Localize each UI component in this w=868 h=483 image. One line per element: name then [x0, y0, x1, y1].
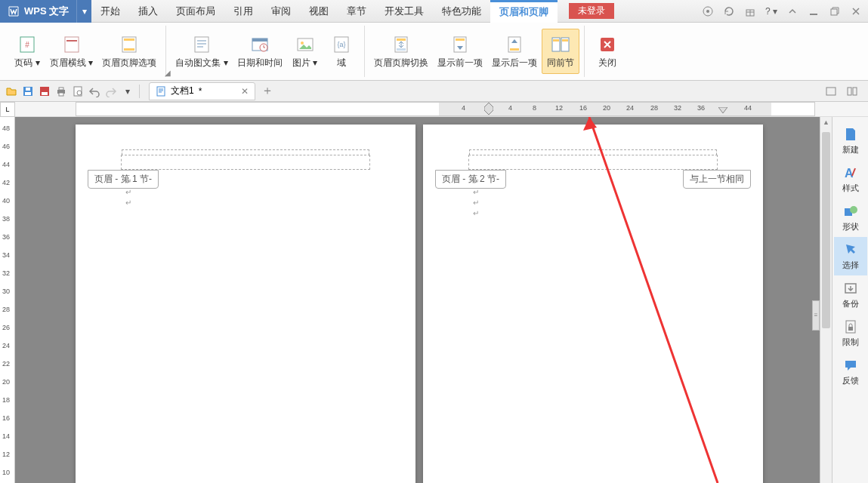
picture-button[interactable]: 图片 ▾ — [287, 29, 323, 74]
undo-icon[interactable] — [86, 83, 103, 100]
side-new[interactable]: 新建 — [834, 122, 867, 160]
document-tab[interactable]: 文档1 * ✕ — [149, 82, 255, 100]
tab-insert[interactable]: 插入 — [129, 0, 167, 23]
vertical-scrollbar[interactable]: ▲ — [820, 117, 832, 483]
svg-text:#: # — [25, 41, 29, 49]
shape-icon — [842, 203, 859, 220]
svg-rect-9 — [124, 38, 134, 41]
horizontal-ruler[interactable]: 4 4 8 12 16 20 24 28 32 36 44 — [76, 102, 815, 116]
svg-rect-3 — [831, 9, 837, 15]
app-menu-dropdown[interactable]: ▾ — [76, 0, 91, 23]
scroll-up-icon[interactable]: ▲ — [820, 117, 832, 126]
app-name: WPS 文字 — [24, 5, 69, 18]
save-icon[interactable] — [20, 83, 36, 100]
scroll-thumb[interactable] — [822, 132, 830, 328]
new-tab-button[interactable]: ＋ — [261, 83, 273, 99]
document-canvas[interactable]: 页眉 - 第 1 节- ↵ ↵ ↵ 页眉 - 第 2 节- 与上一节相同 ↵ ↵… — [15, 117, 820, 483]
window-mode-icon[interactable] — [823, 83, 839, 100]
header-region-2[interactable] — [468, 155, 718, 170]
svg-rect-40 — [59, 88, 63, 90]
print-icon[interactable] — [53, 83, 70, 100]
vertical-ruler[interactable]: 48 46 44 42 40 38 36 34 32 30 28 26 24 2… — [0, 117, 15, 483]
tab-devtools[interactable]: 开发工具 — [375, 0, 433, 23]
skin-icon[interactable] — [700, 4, 715, 19]
print-preview-icon[interactable] — [70, 83, 86, 100]
saveas-icon[interactable] — [36, 83, 53, 100]
open-icon[interactable] — [3, 83, 20, 100]
svg-rect-36 — [26, 88, 30, 91]
ribbon: # 页码 ▾ 页眉横线 ▾ 页眉页脚选项 自动图文集 ▾ 日期和时间 图片 ▾ … — [0, 23, 868, 81]
collapse-ribbon-icon[interactable] — [785, 4, 800, 19]
side-feedback[interactable]: 反馈 — [834, 352, 867, 391]
doc-icon — [156, 86, 166, 97]
svg-point-51 — [850, 206, 857, 214]
feedback-icon — [842, 357, 859, 374]
app-logo: WPS 文字 — [0, 0, 76, 23]
gift-icon[interactable] — [743, 4, 758, 19]
page-1[interactable]: 页眉 - 第 1 节- ↵ ↵ ↵ — [76, 125, 415, 483]
same-as-previous-button[interactable]: 同前节 — [542, 29, 579, 74]
date-time-button[interactable]: 日期和时间 — [233, 29, 287, 74]
page-number-button[interactable]: # 页码 ▾ — [9, 29, 45, 74]
right-indent-marker-icon[interactable] — [718, 107, 727, 115]
show-prev-button[interactable]: 显示前一项 — [433, 29, 487, 74]
svg-rect-44 — [157, 87, 165, 96]
tab-view[interactable]: 视图 — [300, 0, 338, 23]
ruler-corner[interactable]: L — [0, 102, 15, 117]
tab-special[interactable]: 特色功能 — [433, 0, 490, 23]
close-window-icon[interactable] — [848, 4, 863, 19]
panel-collapse-handle[interactable]: ≡ — [812, 300, 820, 331]
show-next-icon — [504, 34, 525, 55]
side-restrict[interactable]: 限制 — [834, 314, 867, 352]
indent-marker-icon[interactable] — [484, 103, 493, 115]
minimize-icon[interactable] — [806, 4, 821, 19]
select-icon — [842, 242, 859, 258]
qa-more-icon[interactable]: ▾ — [119, 83, 136, 100]
split-view-icon[interactable] — [844, 83, 860, 100]
backup-icon — [842, 280, 859, 297]
header-footer-options-button[interactable]: 页眉页脚选项 — [97, 29, 161, 74]
login-status[interactable]: 未登录 — [569, 3, 614, 19]
side-backup[interactable]: 备份 — [834, 275, 867, 314]
side-styles[interactable]: A 样式 — [834, 160, 867, 198]
field-button[interactable]: {a} 域 — [323, 29, 360, 74]
header-line-button[interactable]: 页眉横线 ▾ — [45, 29, 97, 74]
svg-rect-10 — [124, 48, 134, 51]
paragraph-mark-icon: ↵ — [473, 188, 479, 196]
svg-rect-24 — [397, 48, 406, 51]
tab-home[interactable]: 开始 — [91, 0, 129, 23]
close-hf-button[interactable]: 关闭 — [589, 29, 626, 74]
paragraph-mark-icon: ↵ — [125, 188, 131, 196]
help-icon[interactable]: ? ▾ — [764, 4, 779, 19]
tab-headerfooter[interactable]: 页眉和页脚 — [490, 0, 558, 23]
header-region-1[interactable] — [121, 155, 370, 170]
side-shapes[interactable]: 形状 — [834, 198, 867, 237]
page-2[interactable]: 页眉 - 第 2 节- 与上一节相同 ↵ ↵ ↵ ↵ — [423, 125, 763, 483]
svg-rect-47 — [853, 88, 857, 95]
hf-switch-button[interactable]: 页眉页脚切换 — [369, 29, 433, 74]
field-icon: {a} — [331, 34, 352, 55]
close-tab-icon[interactable]: ✕ — [241, 86, 249, 97]
show-next-button[interactable]: 显示后一项 — [487, 29, 542, 74]
style-icon: A — [842, 165, 859, 181]
restore-icon[interactable] — [827, 4, 842, 19]
refresh-icon[interactable] — [721, 4, 737, 19]
svg-rect-41 — [59, 93, 63, 96]
same-as-previous-icon — [550, 34, 571, 55]
main-menu: 开始 插入 页面布局 引用 审阅 视图 章节 开发工具 特色功能 页眉和页脚 — [91, 0, 558, 23]
tab-pagelayout[interactable]: 页面布局 — [167, 0, 224, 23]
tab-reference[interactable]: 引用 — [224, 0, 262, 23]
redo-icon[interactable] — [103, 83, 119, 100]
restrict-icon — [842, 318, 859, 335]
auto-gallery-button[interactable]: 自动图文集 ▾ — [171, 29, 232, 74]
side-select[interactable]: 选择 — [834, 237, 867, 275]
tab-section[interactable]: 章节 — [338, 0, 375, 23]
ribbon-launcher-icon[interactable]: ◢ — [165, 69, 171, 77]
svg-rect-26 — [456, 38, 465, 41]
svg-rect-46 — [848, 88, 851, 95]
svg-rect-54 — [848, 327, 853, 331]
header-tag-2-right: 与上一节相同 — [683, 170, 751, 189]
svg-rect-38 — [42, 92, 48, 95]
tab-review[interactable]: 审阅 — [262, 0, 300, 23]
svg-rect-35 — [25, 92, 31, 95]
